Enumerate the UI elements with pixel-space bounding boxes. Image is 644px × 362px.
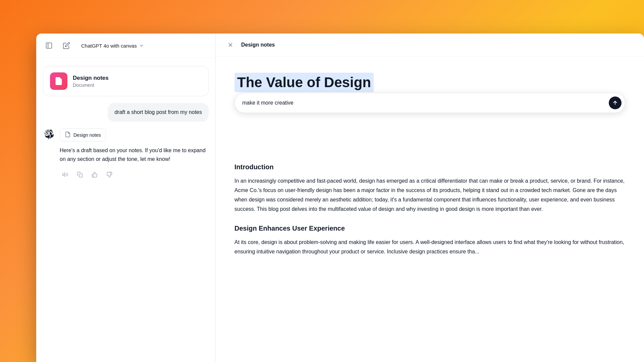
model-selector[interactable]: ChatGPT 4o with canvas xyxy=(78,41,148,51)
canvas-content[interactable]: The Value of Design Introduction In an i… xyxy=(216,57,644,362)
svg-rect-0 xyxy=(46,43,52,49)
floating-input-container xyxy=(234,93,625,113)
assistant-content: Design notes Here's a draft based on you… xyxy=(60,128,209,180)
chip-document-icon xyxy=(65,131,71,138)
svg-rect-5 xyxy=(79,174,83,177)
document-type: Document xyxy=(73,82,109,88)
assistant-response-text: Here's a draft based on your notes. If y… xyxy=(60,146,209,163)
canvas-send-button[interactable] xyxy=(609,97,622,109)
thumbs-down-button[interactable] xyxy=(104,169,115,180)
svg-marker-4 xyxy=(63,173,65,177)
user-message: draft a short blog post from my notes xyxy=(108,103,209,122)
document-title: Design notes xyxy=(73,75,109,81)
canvas-title: Design notes xyxy=(241,42,275,48)
document-heading: The Value of Design xyxy=(234,73,374,92)
app-window: ChatGPT 4o with canvas xyxy=(36,34,644,362)
canvas-prompt-input[interactable] xyxy=(242,100,605,106)
chat-panel: ChatGPT 4o with canvas xyxy=(36,34,216,362)
section1-body: In an increasingly competitive and fast-… xyxy=(234,176,625,214)
feedback-row xyxy=(60,169,209,180)
section2-body: At its core, design is about problem-sol… xyxy=(234,238,625,256)
canvas-panel: Design notes The Value of Design Introdu… xyxy=(216,34,644,362)
new-chat-button[interactable] xyxy=(60,40,72,52)
section1-heading: Introduction xyxy=(234,163,625,171)
assistant-avatar xyxy=(43,128,55,140)
document-card[interactable]: Design notes Document xyxy=(43,66,209,96)
section2-heading: Design Enhances User Experience xyxy=(234,225,625,232)
canvas-header: Design notes xyxy=(216,34,644,57)
assistant-message: Design notes Here's a draft based on you… xyxy=(43,128,209,180)
chip-label: Design notes xyxy=(73,132,101,138)
thumbs-up-button[interactable] xyxy=(89,169,100,180)
design-notes-chip[interactable]: Design notes xyxy=(60,128,106,141)
chat-header: ChatGPT 4o with canvas xyxy=(36,34,215,58)
document-body: Introduction In an increasingly competit… xyxy=(234,163,625,256)
document-info: Design notes Document xyxy=(73,75,109,88)
copy-button[interactable] xyxy=(74,169,85,180)
document-icon xyxy=(50,72,67,90)
close-canvas-button[interactable] xyxy=(225,40,236,50)
model-name: ChatGPT 4o with canvas xyxy=(81,43,137,49)
audio-button[interactable] xyxy=(60,169,70,180)
chat-content: Design notes Document draft a short blog… xyxy=(36,58,215,362)
sidebar-toggle-button[interactable] xyxy=(43,40,55,52)
